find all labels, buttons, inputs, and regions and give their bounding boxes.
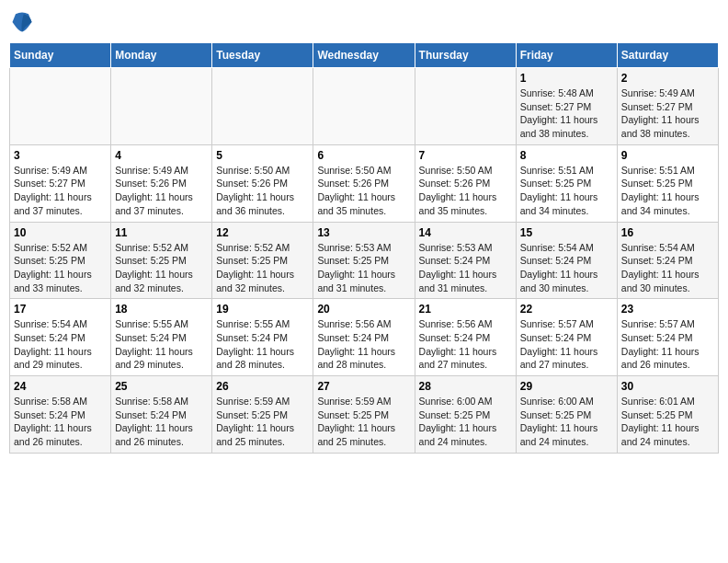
logo-icon (9, 9, 35, 35)
calendar-cell (212, 68, 313, 145)
calendar-cell: 15Sunrise: 5:54 AM Sunset: 5:24 PM Dayli… (516, 222, 617, 299)
day-info: Sunrise: 5:53 AM Sunset: 5:24 PM Dayligh… (419, 241, 512, 295)
calendar-cell: 21Sunrise: 5:56 AM Sunset: 5:24 PM Dayli… (415, 299, 516, 376)
day-number: 3 (14, 149, 107, 162)
calendar-cell: 20Sunrise: 5:56 AM Sunset: 5:24 PM Dayli… (313, 299, 415, 376)
calendar-cell: 9Sunrise: 5:51 AM Sunset: 5:25 PM Daylig… (617, 144, 718, 222)
day-info: Sunrise: 5:52 AM Sunset: 5:25 PM Dayligh… (14, 241, 107, 295)
day-number: 19 (216, 303, 309, 316)
day-info: Sunrise: 5:56 AM Sunset: 5:24 PM Dayligh… (419, 317, 512, 372)
calendar-cell: 5Sunrise: 5:50 AM Sunset: 5:26 PM Daylig… (212, 144, 313, 222)
calendar-cell: 29Sunrise: 6:00 AM Sunset: 5:25 PM Dayli… (516, 376, 617, 454)
day-number: 28 (419, 380, 512, 393)
calendar-cell: 13Sunrise: 5:53 AM Sunset: 5:25 PM Dayli… (313, 222, 415, 299)
day-number: 4 (115, 149, 208, 162)
day-number: 10 (14, 226, 107, 239)
day-info: Sunrise: 5:49 AM Sunset: 5:27 PM Dayligh… (621, 86, 714, 141)
calendar-cell: 23Sunrise: 5:57 AM Sunset: 5:24 PM Dayli… (617, 299, 718, 376)
calendar-cell: 26Sunrise: 5:59 AM Sunset: 5:25 PM Dayli… (212, 376, 313, 454)
day-info: Sunrise: 5:58 AM Sunset: 5:24 PM Dayligh… (14, 395, 107, 449)
calendar-cell: 10Sunrise: 5:52 AM Sunset: 5:25 PM Dayli… (10, 222, 111, 299)
day-number: 7 (419, 149, 512, 162)
calendar-cell (10, 68, 111, 145)
day-number: 25 (115, 380, 208, 393)
day-header-wednesday: Wednesday (313, 43, 415, 68)
day-number: 30 (621, 380, 714, 393)
day-header-friday: Friday (516, 43, 617, 68)
calendar-cell: 28Sunrise: 6:00 AM Sunset: 5:25 PM Dayli… (415, 376, 516, 454)
day-info: Sunrise: 5:54 AM Sunset: 5:24 PM Dayligh… (621, 241, 714, 295)
day-number: 21 (419, 303, 512, 316)
day-info: Sunrise: 5:56 AM Sunset: 5:24 PM Dayligh… (317, 317, 410, 372)
day-header-thursday: Thursday (415, 43, 516, 68)
day-info: Sunrise: 5:52 AM Sunset: 5:25 PM Dayligh… (216, 241, 309, 295)
calendar-week-3: 17Sunrise: 5:54 AM Sunset: 5:24 PM Dayli… (10, 299, 719, 376)
day-number: 13 (317, 226, 410, 239)
day-info: Sunrise: 5:57 AM Sunset: 5:24 PM Dayligh… (520, 317, 613, 372)
day-number: 26 (216, 380, 309, 393)
day-info: Sunrise: 5:51 AM Sunset: 5:25 PM Dayligh… (621, 164, 714, 218)
day-number: 17 (14, 303, 107, 316)
calendar-week-1: 3Sunrise: 5:49 AM Sunset: 5:27 PM Daylig… (10, 144, 719, 222)
day-number: 5 (216, 149, 309, 162)
calendar-week-2: 10Sunrise: 5:52 AM Sunset: 5:25 PM Dayli… (10, 222, 719, 299)
calendar-cell: 19Sunrise: 5:55 AM Sunset: 5:24 PM Dayli… (212, 299, 313, 376)
day-header-monday: Monday (111, 43, 212, 68)
day-number: 2 (621, 72, 714, 85)
day-info: Sunrise: 5:59 AM Sunset: 5:25 PM Dayligh… (216, 395, 309, 449)
calendar-cell: 22Sunrise: 5:57 AM Sunset: 5:24 PM Dayli… (516, 299, 617, 376)
day-number: 9 (621, 149, 714, 162)
day-info: Sunrise: 5:58 AM Sunset: 5:24 PM Dayligh… (115, 395, 208, 449)
day-number: 6 (317, 149, 410, 162)
day-number: 20 (317, 303, 410, 316)
day-info: Sunrise: 5:48 AM Sunset: 5:27 PM Dayligh… (520, 86, 613, 141)
calendar-cell: 4Sunrise: 5:49 AM Sunset: 5:26 PM Daylig… (111, 144, 212, 222)
calendar-cell: 27Sunrise: 5:59 AM Sunset: 5:25 PM Dayli… (313, 376, 415, 454)
calendar-cell: 17Sunrise: 5:54 AM Sunset: 5:24 PM Dayli… (10, 299, 111, 376)
calendar-cell: 3Sunrise: 5:49 AM Sunset: 5:27 PM Daylig… (10, 144, 111, 222)
calendar-cell: 14Sunrise: 5:53 AM Sunset: 5:24 PM Dayli… (415, 222, 516, 299)
calendar-cell: 2Sunrise: 5:49 AM Sunset: 5:27 PM Daylig… (617, 68, 718, 145)
calendar-cell (313, 68, 415, 145)
calendar-table: SundayMondayTuesdayWednesdayThursdayFrid… (9, 42, 719, 454)
day-info: Sunrise: 5:50 AM Sunset: 5:26 PM Dayligh… (216, 164, 309, 218)
calendar-cell: 24Sunrise: 5:58 AM Sunset: 5:24 PM Dayli… (10, 376, 111, 454)
calendar-cell: 6Sunrise: 5:50 AM Sunset: 5:26 PM Daylig… (313, 144, 415, 222)
day-number: 1 (520, 72, 613, 85)
day-info: Sunrise: 5:57 AM Sunset: 5:24 PM Dayligh… (621, 317, 714, 372)
logo (9, 9, 39, 35)
calendar-week-4: 24Sunrise: 5:58 AM Sunset: 5:24 PM Dayli… (10, 376, 719, 454)
day-info: Sunrise: 5:55 AM Sunset: 5:24 PM Dayligh… (216, 317, 309, 372)
day-number: 22 (520, 303, 613, 316)
calendar-cell: 25Sunrise: 5:58 AM Sunset: 5:24 PM Dayli… (111, 376, 212, 454)
day-number: 15 (520, 226, 613, 239)
day-info: Sunrise: 5:49 AM Sunset: 5:26 PM Dayligh… (115, 164, 208, 218)
day-info: Sunrise: 5:54 AM Sunset: 5:24 PM Dayligh… (520, 241, 613, 295)
calendar-cell: 12Sunrise: 5:52 AM Sunset: 5:25 PM Dayli… (212, 222, 313, 299)
calendar-cell (111, 68, 212, 145)
day-info: Sunrise: 5:50 AM Sunset: 5:26 PM Dayligh… (317, 164, 410, 218)
day-info: Sunrise: 6:00 AM Sunset: 5:25 PM Dayligh… (520, 395, 613, 449)
day-number: 16 (621, 226, 714, 239)
day-header-tuesday: Tuesday (212, 43, 313, 68)
day-info: Sunrise: 5:59 AM Sunset: 5:25 PM Dayligh… (317, 395, 410, 449)
day-info: Sunrise: 5:50 AM Sunset: 5:26 PM Dayligh… (419, 164, 512, 218)
day-number: 14 (419, 226, 512, 239)
day-header-saturday: Saturday (617, 43, 718, 68)
day-info: Sunrise: 5:52 AM Sunset: 5:25 PM Dayligh… (115, 241, 208, 295)
day-number: 12 (216, 226, 309, 239)
day-info: Sunrise: 6:01 AM Sunset: 5:25 PM Dayligh… (621, 395, 714, 449)
calendar-week-0: 1Sunrise: 5:48 AM Sunset: 5:27 PM Daylig… (10, 68, 719, 145)
day-number: 23 (621, 303, 714, 316)
day-number: 27 (317, 380, 410, 393)
day-info: Sunrise: 5:49 AM Sunset: 5:27 PM Dayligh… (14, 164, 107, 218)
calendar-cell: 8Sunrise: 5:51 AM Sunset: 5:25 PM Daylig… (516, 144, 617, 222)
calendar-cell (415, 68, 516, 145)
day-number: 11 (115, 226, 208, 239)
day-header-sunday: Sunday (10, 43, 111, 68)
calendar-cell: 1Sunrise: 5:48 AM Sunset: 5:27 PM Daylig… (516, 68, 617, 145)
calendar-cell: 16Sunrise: 5:54 AM Sunset: 5:24 PM Dayli… (617, 222, 718, 299)
day-number: 18 (115, 303, 208, 316)
day-number: 29 (520, 380, 613, 393)
calendar-cell: 7Sunrise: 5:50 AM Sunset: 5:26 PM Daylig… (415, 144, 516, 222)
